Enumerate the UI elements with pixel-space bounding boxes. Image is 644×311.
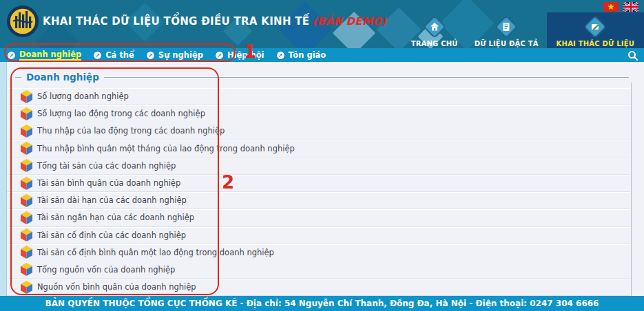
list-item-label: Thu nhập bình quân một tháng của lao độn… bbox=[37, 144, 295, 153]
search-icon[interactable] bbox=[627, 50, 638, 61]
tab-label: Hiệp hội bbox=[227, 50, 264, 60]
list-item[interactable]: Thu nhập bình quân một tháng của lao độn… bbox=[7, 140, 630, 158]
uk-flag-icon[interactable] bbox=[623, 2, 638, 12]
tab-label: Cá thể bbox=[105, 50, 134, 60]
list-item-label: Tài sản dài hạn của các doanh nghiệp bbox=[37, 195, 187, 205]
nav-label: KHAI THÁC DỮ LIỆU bbox=[557, 40, 634, 47]
tab-label: Tôn giáo bbox=[289, 50, 326, 60]
cube-icon bbox=[21, 90, 32, 103]
page-title: KHAI THÁC DỮ LIỆU TỔNG ĐIỀU TRA KINH TẾ(… bbox=[43, 15, 386, 28]
list-item[interactable]: Tài sản ngắn hạn của các doanh nghiệp bbox=[7, 209, 630, 226]
list-item-label: Tổng tài sản của các doanh nghiệp bbox=[37, 161, 176, 171]
tab-hiep-hoi[interactable]: ➚ Hiệp hội bbox=[215, 50, 264, 60]
list-item[interactable]: Tài sản cố định bình quân một lao động t… bbox=[7, 244, 630, 261]
list-item[interactable]: Tài sản cố định của các doanh nghiệp bbox=[7, 227, 630, 244]
nav-item-trang-chu[interactable]: TRANG CHỦ bbox=[403, 12, 466, 48]
cube-icon bbox=[21, 281, 32, 294]
list-item-label: Tài sản cố định bình quân một lao động t… bbox=[37, 248, 274, 257]
indicator-list: Số lượng doanh nghiệp Số lượng lao động … bbox=[7, 88, 630, 296]
gso-logo bbox=[6, 5, 39, 38]
cube-icon bbox=[21, 177, 32, 190]
legend-line bbox=[104, 77, 629, 78]
list-item-label: Tài sản ngắn hạn của các doanh nghiệp bbox=[37, 213, 194, 222]
list-item[interactable]: Thu nhập của lao động trong các doanh ng… bbox=[7, 122, 630, 140]
list-item-label: Số lượng lao động trong các doanh nghiệp bbox=[37, 109, 205, 118]
category-tabbar: ➚ Doanh nghiệp ➚ Cá thể ➚ Sự nghiệp ➚ Hi… bbox=[0, 48, 644, 62]
arrow-circle-icon: ➚ bbox=[146, 51, 155, 60]
main-navigation: TRANG CHỦ DỮ LIỆU ĐẶC TẢ bbox=[403, 12, 644, 48]
nav-label: DỮ LIỆU ĐẶC TẢ bbox=[475, 40, 539, 47]
list-item-label: Tài sản bình quân của doanh nghiệp bbox=[37, 178, 180, 188]
legend-line bbox=[15, 77, 21, 78]
list-item-label: Số lượng doanh nghiệp bbox=[37, 92, 129, 101]
footer-copyright: BẢN QUYỀN THUỘC TỔNG CỤC THỐNG KÊ - Địa … bbox=[0, 296, 644, 311]
list-item[interactable]: Tài sản dài hạn của các doanh nghiệp bbox=[7, 192, 630, 209]
cube-icon bbox=[21, 142, 32, 155]
list-item[interactable]: Nguồn vốn bình quân của doanh nghiệp bbox=[7, 279, 630, 296]
cube-icon bbox=[21, 211, 32, 224]
list-item-label: Tài sản cố định của các doanh nghiệp bbox=[37, 230, 186, 240]
arrow-circle-icon: ➚ bbox=[93, 51, 102, 60]
page-title-main: KHAI THÁC DỮ LIỆU TỔNG ĐIỀU TRA KINH TẾ bbox=[43, 15, 309, 28]
list-item[interactable]: Tổng nguồn vốn của doanh nghiệp bbox=[7, 261, 630, 279]
list-item[interactable]: Tổng tài sản của các doanh nghiệp bbox=[7, 158, 630, 175]
list-item-label: Thu nhập của lao động trong các doanh ng… bbox=[37, 126, 225, 136]
left-edge-strip bbox=[0, 62, 7, 296]
pencil-icon bbox=[590, 22, 600, 32]
list-item-label: Tổng nguồn vốn của doanh nghiệp bbox=[37, 265, 175, 275]
tab-doanh-nghiep[interactable]: ➚ Doanh nghiệp bbox=[7, 50, 81, 61]
cube-icon bbox=[21, 125, 32, 138]
arrow-circle-icon: ➚ bbox=[276, 51, 285, 60]
tab-label: Doanh nghiệp bbox=[19, 50, 81, 61]
group-title: Doanh nghiệp bbox=[21, 72, 104, 83]
tab-label: Sự nghiệp bbox=[158, 50, 203, 60]
cube-icon bbox=[21, 246, 32, 259]
nav-item-du-lieu-dac-ta[interactable]: DỮ LIỆU ĐẶC TẢ bbox=[466, 12, 547, 48]
cube-icon bbox=[21, 263, 32, 276]
nav-item-khai-thac-du-lieu[interactable]: KHAI THÁC DỮ LIỆU bbox=[547, 12, 644, 48]
vietnam-flag-icon[interactable] bbox=[603, 2, 619, 12]
language-switcher bbox=[603, 2, 638, 12]
list-item-label: Nguồn vốn bình quân của doanh nghiệp bbox=[37, 282, 196, 292]
list-item[interactable]: Số lượng lao động trong các doanh nghiệp bbox=[7, 105, 630, 122]
tab-ca-the[interactable]: ➚ Cá thể bbox=[93, 50, 134, 60]
nav-label: TRANG CHỦ bbox=[411, 40, 458, 47]
arrow-circle-icon: ➚ bbox=[7, 51, 16, 60]
cube-icon bbox=[21, 159, 32, 172]
document-icon bbox=[501, 22, 511, 32]
tab-su-nghiep[interactable]: ➚ Sự nghiệp bbox=[146, 50, 203, 60]
content-panel: Doanh nghiệp Số lượng doanh nghiệp Số lư… bbox=[0, 62, 644, 296]
group-legend: Doanh nghiệp bbox=[15, 72, 629, 83]
cube-icon bbox=[21, 194, 32, 207]
home-icon bbox=[430, 22, 439, 32]
cube-icon bbox=[21, 107, 32, 120]
list-item[interactable]: Tài sản bình quân của doanh nghiệp bbox=[7, 175, 630, 192]
arrow-circle-icon: ➚ bbox=[215, 51, 224, 60]
page-title-demo-badge: (BẢN DEMO) bbox=[312, 15, 386, 28]
tab-ton-giao[interactable]: ➚ Tôn giáo bbox=[276, 50, 326, 60]
app-header: KHAI THÁC DỮ LIỆU TỔNG ĐIỀU TRA KINH TẾ(… bbox=[0, 0, 644, 48]
cube-icon bbox=[21, 228, 32, 242]
list-item[interactable]: Số lượng doanh nghiệp bbox=[7, 88, 630, 105]
panel-divider bbox=[631, 83, 632, 296]
